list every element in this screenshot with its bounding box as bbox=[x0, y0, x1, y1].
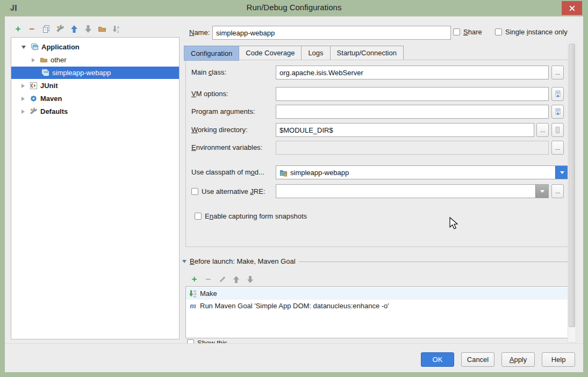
tree-item-application[interactable]: Application bbox=[11, 41, 179, 53]
chevron-down-icon bbox=[560, 171, 564, 174]
dropdown-arrow-button[interactable] bbox=[555, 166, 568, 179]
wrench-icon bbox=[56, 25, 64, 33]
browse-environment-variables-button[interactable]: ... bbox=[551, 141, 564, 155]
configurations-toolbar: + − bbox=[13, 24, 120, 34]
maven-goal-icon: m bbox=[189, 301, 197, 310]
close-button[interactable] bbox=[562, 1, 582, 15]
tree-item-simpleapp-webapp[interactable]: simpleapp-webapp bbox=[11, 67, 179, 79]
clipped-show-this-row[interactable]: Show this bbox=[185, 339, 400, 343]
tab-startup-connection[interactable]: Startup/Connection bbox=[331, 46, 404, 60]
checkbox-icon bbox=[495, 28, 502, 35]
use-classpath-combobox[interactable]: simpleapp-webapp bbox=[276, 165, 569, 179]
application-icon bbox=[41, 69, 49, 77]
main-class-label: Main class: bbox=[191, 68, 226, 76]
environment-variables-label: Environment variables: bbox=[191, 143, 262, 151]
move-task-down-button[interactable] bbox=[246, 274, 255, 284]
add-task-button[interactable]: + bbox=[190, 274, 199, 284]
titlebar[interactable]: Run/Debug Configurations bbox=[0, 0, 588, 16]
maven-icon bbox=[29, 95, 38, 103]
sort-alphabetically-icon: a z bbox=[112, 25, 120, 33]
tab-code-coverage[interactable]: Code Coverage bbox=[239, 46, 302, 60]
before-launch-section-header[interactable]: Before launch: Make, Maven Goal bbox=[182, 257, 571, 265]
expand-arrow-icon[interactable] bbox=[21, 110, 25, 114]
tree-item-maven[interactable]: Maven bbox=[11, 92, 179, 105]
help-button[interactable]: Help bbox=[542, 352, 575, 367]
scrollbar-thumb[interactable] bbox=[569, 44, 575, 327]
before-launch-toolbar: + − bbox=[190, 274, 255, 284]
copy-icon bbox=[42, 25, 51, 33]
expand-vm-options-button[interactable] bbox=[551, 87, 564, 101]
cancel-button[interactable]: Cancel bbox=[461, 352, 494, 367]
defaults-wrench-icon bbox=[29, 107, 38, 116]
browse-main-class-button[interactable]: ... bbox=[551, 66, 564, 79]
share-checkbox[interactable]: Share bbox=[453, 28, 482, 36]
tab-logs[interactable]: Logs bbox=[302, 46, 330, 60]
edit-defaults-button[interactable] bbox=[55, 24, 64, 34]
tree-item-defaults[interactable]: Defaults bbox=[11, 105, 179, 118]
tree-item-other[interactable]: other bbox=[11, 54, 179, 66]
vertical-scrollbar[interactable] bbox=[568, 42, 576, 343]
tree-item-junit[interactable]: JUnit bbox=[11, 79, 179, 92]
application-icon bbox=[30, 43, 39, 52]
tree-item-label: Maven bbox=[40, 95, 62, 103]
remove-task-button[interactable]: − bbox=[204, 274, 213, 284]
expand-arrow-icon[interactable] bbox=[21, 97, 25, 101]
environment-variables-input[interactable] bbox=[276, 141, 549, 155]
svg-text:a: a bbox=[117, 25, 119, 30]
expand-editor-icon bbox=[554, 90, 562, 98]
junit-icon bbox=[29, 82, 38, 90]
use-alternative-jre-checkbox[interactable]: Use alternative JRE: bbox=[191, 187, 266, 195]
ok-button[interactable]: OK bbox=[421, 352, 454, 367]
program-arguments-input[interactable] bbox=[276, 105, 549, 119]
name-label: Name: bbox=[189, 28, 210, 37]
name-input[interactable] bbox=[212, 26, 451, 40]
vm-options-label: VM options: bbox=[191, 90, 228, 98]
collapse-arrow-icon[interactable] bbox=[21, 46, 26, 49]
task-label: Run Maven Goal 'Simple App DOM: datanucl… bbox=[200, 302, 389, 310]
svg-text:01: 01 bbox=[193, 295, 197, 298]
copy-configuration-button[interactable] bbox=[41, 24, 51, 34]
sort-configurations-button[interactable]: a z bbox=[111, 24, 120, 34]
configuration-tab-panel: Main class: ... VM options: Program argu… bbox=[185, 60, 571, 247]
browse-working-directory-button[interactable]: ... bbox=[536, 123, 549, 137]
expand-program-arguments-button[interactable] bbox=[551, 105, 564, 119]
checkbox-icon bbox=[195, 213, 202, 220]
checkbox-icon bbox=[453, 28, 460, 35]
macros-working-directory-button[interactable] bbox=[551, 123, 564, 137]
checkbox-icon bbox=[187, 339, 194, 343]
tab-configuration[interactable]: Configuration bbox=[184, 46, 239, 61]
task-row-maven-goal[interactable]: m Run Maven Goal 'Simple App DOM: datanu… bbox=[186, 300, 572, 312]
alternative-jre-combobox[interactable] bbox=[276, 184, 549, 198]
expand-arrow-icon[interactable] bbox=[32, 58, 35, 62]
task-row-make[interactable]: 01 10 01 Make bbox=[186, 287, 572, 300]
move-up-button[interactable] bbox=[69, 24, 78, 34]
vm-options-input[interactable] bbox=[276, 87, 549, 101]
single-instance-checkbox[interactable]: Single instance only bbox=[495, 28, 568, 36]
move-task-up-button[interactable] bbox=[232, 274, 241, 284]
before-launch-label: Before launch: Make, Maven Goal bbox=[190, 257, 296, 265]
program-arguments-label: Program arguments: bbox=[191, 107, 255, 115]
enable-snapshots-checkbox[interactable]: Enable capturing form snapshots bbox=[195, 212, 307, 220]
folder-icon bbox=[39, 56, 48, 64]
remove-configuration-button[interactable]: − bbox=[27, 24, 37, 34]
apply-button[interactable]: Apply bbox=[501, 352, 535, 367]
main-class-input[interactable] bbox=[276, 66, 549, 79]
list-document-icon bbox=[554, 126, 561, 134]
working-directory-label: Working directory: bbox=[191, 126, 248, 134]
arrow-up-icon bbox=[70, 25, 78, 33]
tree-item-label: Application bbox=[41, 43, 80, 51]
arrow-down-icon bbox=[84, 25, 92, 33]
checkbox-icon bbox=[191, 188, 198, 195]
edit-task-button[interactable] bbox=[218, 274, 227, 284]
create-folder-button[interactable] bbox=[97, 24, 106, 34]
dialog-title: Run/Debug Configurations bbox=[0, 3, 588, 12]
dropdown-arrow-button[interactable] bbox=[535, 185, 548, 198]
close-icon bbox=[569, 5, 576, 12]
expand-arrow-icon[interactable] bbox=[21, 84, 25, 88]
working-directory-input[interactable] bbox=[276, 123, 534, 137]
module-icon bbox=[279, 169, 288, 177]
collapse-arrow-icon[interactable] bbox=[182, 260, 187, 263]
add-configuration-button[interactable]: + bbox=[13, 24, 23, 34]
browse-jre-button[interactable]: ... bbox=[551, 184, 564, 198]
move-down-button[interactable] bbox=[83, 24, 92, 34]
